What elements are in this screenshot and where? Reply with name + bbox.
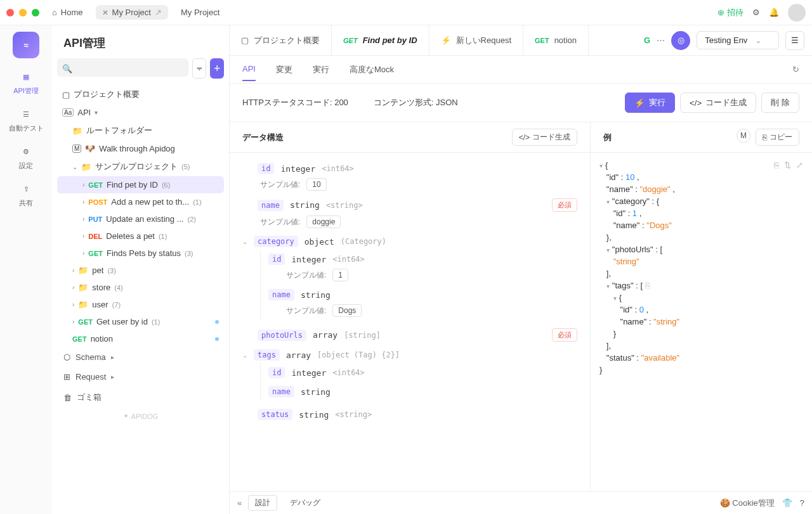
tab-notion[interactable]: GET notion <box>523 25 589 55</box>
field-tags-id[interactable]: id integer <int64> <box>268 363 577 382</box>
property-name: category <box>254 236 298 247</box>
copy-button[interactable]: ⎘ コピー <box>756 129 799 146</box>
api-root[interactable]: Aa API ▾ <box>57 104 224 121</box>
m-badge-button[interactable]: M <box>737 129 750 143</box>
json-viewer[interactable]: ▾{⎘⇅⤢ "id" : 10 , "name" : "doggie" , ▾"… <box>591 153 812 491</box>
maximize-window-icon[interactable] <box>32 9 39 16</box>
sample-project-folder[interactable]: ⌄ 📁 サンプルプロジェクト (5) <box>57 157 224 176</box>
api-item-get-user[interactable]: › GET Get user by id (1) <box>57 313 224 330</box>
minimize-window-icon[interactable] <box>19 9 27 16</box>
method-badge: POST <box>88 198 107 206</box>
sample-value: 10 <box>306 178 326 191</box>
g-badge[interactable]: G <box>644 35 650 45</box>
run-button[interactable]: ⚡ 実行 <box>625 93 675 113</box>
collapse-all-icon[interactable]: ⤢ <box>796 160 803 170</box>
close-tab-icon[interactable]: ✕ <box>102 8 108 17</box>
method-badge: PUT <box>88 215 102 223</box>
bell-icon[interactable]: 🔔 <box>769 8 779 17</box>
field-id[interactable]: id integer <int64> サンプル値: 10 <box>242 159 577 195</box>
tab-label: notion <box>554 35 577 45</box>
rail-api-management[interactable]: ▦ API管理 <box>13 70 39 96</box>
collapse-icon[interactable]: ▾ <box>599 162 603 169</box>
field-status[interactable]: status string <string> <box>242 405 577 424</box>
invite-button[interactable]: ⊕ 招待 <box>717 7 743 18</box>
property-format: <int64> <box>332 368 365 377</box>
folder-pet[interactable]: › 📁 pet (3) <box>57 262 224 279</box>
home-tab[interactable]: ⌂ Home <box>46 5 89 20</box>
api-item-notion[interactable]: GET notion <box>57 330 224 347</box>
field-category[interactable]: ⌄ category object (Category) id integer … <box>242 232 577 324</box>
api-item-update-pet[interactable]: › PUT Update an existing ... (2) <box>57 210 224 228</box>
api-item-find-by-status[interactable]: › GET Finds Pets by status (3) <box>57 245 224 262</box>
filter-button[interactable]: ⫧ <box>192 58 206 79</box>
add-button[interactable]: + <box>210 58 224 79</box>
field-name[interactable]: name string <string> 必須 サンプル値: doggie <box>242 195 577 232</box>
section-label: Request <box>75 372 106 382</box>
field-category-name[interactable]: name string サンプル値: Dogs <box>268 285 577 321</box>
rail-label: 共有 <box>19 198 33 208</box>
subnav-mock[interactable]: 高度なMock <box>350 58 394 82</box>
help-icon[interactable]: ? <box>800 498 804 508</box>
more-icon[interactable]: ⋯ <box>657 35 665 45</box>
project-tab-2[interactable]: My Project <box>174 5 226 20</box>
project-tab-1[interactable]: ✕ My Project ↗ <box>96 5 168 20</box>
project-overview-item[interactable]: ▢ プロジェクト概要 <box>57 85 224 104</box>
expand-icon[interactable]: ⇅ <box>784 160 791 170</box>
root-folder[interactable]: 📁 ルートフォルダー <box>57 121 224 140</box>
codegen-button[interactable]: </> コード生成 <box>680 93 756 113</box>
debug-button[interactable]: デバッグ <box>284 496 327 510</box>
avatar[interactable] <box>788 4 806 22</box>
json-key: "id" : <box>613 209 632 218</box>
collapse-icon[interactable]: ▾ <box>606 283 610 290</box>
filter-icon: ⫧ <box>195 64 204 74</box>
compass-icon[interactable]: ◎ <box>671 31 690 50</box>
field-tags-name[interactable]: name string <box>268 382 577 401</box>
schema-section[interactable]: ⬡ Schema ▸ <box>57 347 224 367</box>
collapse-icon[interactable]: ▾ <box>606 198 610 205</box>
trash-section[interactable]: 🗑 ゴミ箱 <box>57 387 224 408</box>
collapse-icon[interactable]: ▾ <box>613 295 617 302</box>
chevron-right-icon: › <box>82 250 84 257</box>
tab-new-request[interactable]: ⚡ 新しいRequest <box>429 25 523 55</box>
subnav-run[interactable]: 実行 <box>313 58 329 82</box>
copy-icon[interactable]: ⎘ <box>645 281 650 290</box>
collapse-icon[interactable]: ▾ <box>606 247 610 254</box>
settings-icon[interactable]: ⚙ <box>752 8 760 17</box>
rail-autotest[interactable]: ☰ 自動テスト <box>9 107 44 133</box>
copy-icon[interactable]: ⎘ <box>774 160 779 170</box>
rail-label: API管理 <box>13 86 39 96</box>
codegen-small-button[interactable]: </> コード生成 <box>512 129 577 146</box>
menu-button[interactable]: ☰ <box>785 31 804 50</box>
subnav-api[interactable]: API <box>242 58 256 81</box>
chevron-down-icon[interactable]: ⌄ <box>242 238 247 245</box>
walkthrough-item[interactable]: M 🐶 Walk through Apidog <box>57 140 224 157</box>
delete-button[interactable]: 削 除 <box>761 93 799 113</box>
tab-find-pet[interactable]: GET Find pet by ID <box>332 25 429 55</box>
search-input[interactable] <box>57 58 188 77</box>
collapse-sidebar-icon[interactable]: « <box>237 498 242 508</box>
design-button[interactable]: 設計 <box>248 495 277 511</box>
close-window-icon[interactable] <box>6 9 14 16</box>
api-item-delete-pet[interactable]: › DEL Deletes a pet (1) <box>57 228 224 245</box>
folder-store[interactable]: › 📁 store (4) <box>57 279 224 296</box>
rail-share[interactable]: ⇪ 共有 <box>19 182 33 208</box>
chevron-down-icon[interactable]: ⌄ <box>242 352 247 359</box>
app-logo[interactable]: ≈ <box>13 32 39 58</box>
chevron-right-icon: › <box>72 301 74 308</box>
request-section[interactable]: ⊞ Request ▸ <box>57 367 224 387</box>
api-item-add-pet[interactable]: › POST Add a new pet to th... (1) <box>57 193 224 210</box>
api-item-find-pet[interactable]: › GET Find pet by ID (6) <box>57 176 224 193</box>
rail-settings[interactable]: ⚙ 設定 <box>19 145 33 170</box>
environment-select[interactable]: Testing Env ⌄ <box>697 31 779 49</box>
field-category-id[interactable]: id integer <int64> サンプル値: 1 <box>268 250 577 285</box>
tshirt-icon[interactable]: 👕 <box>782 498 792 508</box>
folder-user[interactable]: › 📁 user (7) <box>57 296 224 313</box>
field-tags[interactable]: ⌄ tags array[object (Tag) {2}] id intege… <box>242 345 577 405</box>
tab-overview[interactable]: ▢ プロジェクト概要 <box>230 25 332 55</box>
count-badge: (1) <box>193 198 201 206</box>
cookie-link[interactable]: 🍪 Cookie管理 <box>720 498 775 509</box>
field-photourls[interactable]: photoUrls array[string] 必須 <box>242 324 577 345</box>
subnav-change[interactable]: 変更 <box>276 58 292 82</box>
item-label: user <box>92 300 108 309</box>
refresh-icon[interactable]: ↻ <box>792 65 799 74</box>
